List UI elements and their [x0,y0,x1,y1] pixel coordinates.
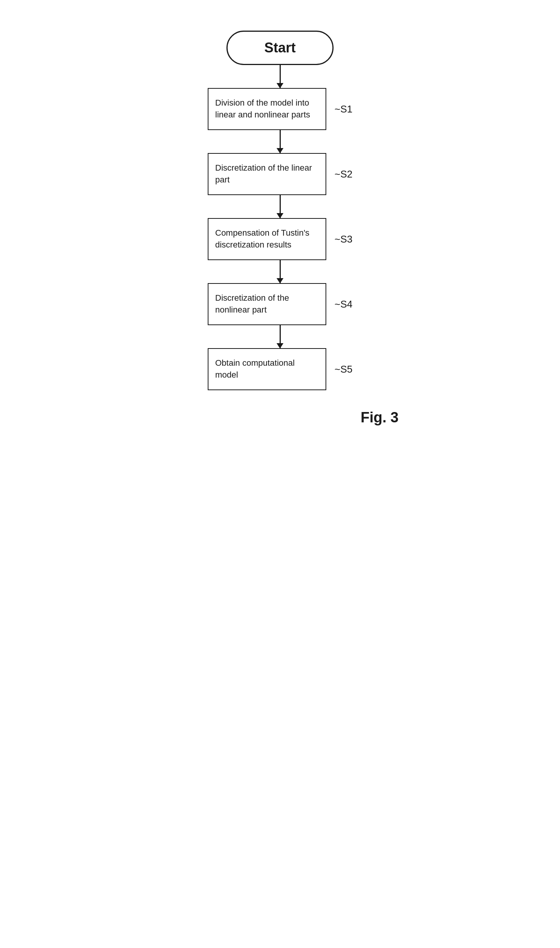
step-row-s5: Obtain computational model ~S5 [208,348,353,390]
step-text-s5: Obtain computational model [215,357,319,381]
step-label-s1: ~S1 [335,103,353,115]
step-row-s1: Division of the model into linear and no… [208,88,353,130]
step-box-s1: Division of the model into linear and no… [208,88,326,130]
step-text-s2: Discretization of the linear part [215,162,319,186]
start-node: Start [226,31,334,65]
step-label-s3: ~S3 [335,233,353,245]
step-box-s2: Discretization of the linear part [208,153,326,195]
step-label-s4: ~S4 [335,298,353,310]
step-label-s5: ~S5 [335,363,353,375]
figure-label: Fig. 3 [361,409,399,426]
step-box-s3: Compensation of Tustin's discretization … [208,218,326,260]
arrow-4 [280,260,281,283]
step-text-s4: Discretization of the nonlinear part [215,292,319,316]
step-text-s3: Compensation of Tustin's discretization … [215,227,319,251]
arrow-2 [280,130,281,153]
step-box-s5: Obtain computational model [208,348,326,390]
step-box-s4: Discretization of the nonlinear part [208,283,326,325]
start-label: Start [264,40,296,56]
step-row-s3: Compensation of Tustin's discretization … [208,218,353,260]
step-row-s4: Discretization of the nonlinear part ~S4 [208,283,353,325]
step-text-s1: Division of the model into linear and no… [215,97,319,121]
figure-label-row: Fig. 3 [146,398,414,426]
flowchart: Start Division of the model into linear … [146,0,414,426]
arrow-1 [280,65,281,88]
step-row-s2: Discretization of the linear part ~S2 [208,153,353,195]
arrow-3 [280,195,281,218]
step-label-s2: ~S2 [335,168,353,180]
arrow-5 [280,325,281,348]
